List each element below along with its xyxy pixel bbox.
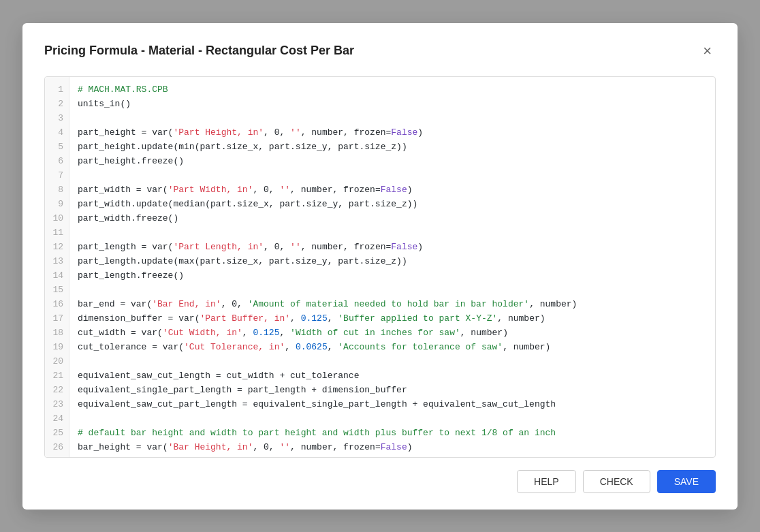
line-number: 15 xyxy=(45,283,69,297)
code-line: part_length.freeze() xyxy=(78,268,707,283)
code-line: # MACH.MAT.RS.CPB xyxy=(78,82,707,97)
line-number: 17 xyxy=(45,311,69,326)
line-number: 13 xyxy=(45,254,69,268)
code-line: # default bar height and width to part h… xyxy=(78,426,707,440)
save-button[interactable]: SAVE xyxy=(657,470,716,493)
code-line xyxy=(78,411,707,426)
line-number: 22 xyxy=(45,383,69,397)
code-line: bar_height = var('Bar Height, in', 0, ''… xyxy=(78,440,707,454)
line-number: 21 xyxy=(45,369,69,383)
line-number: 18 xyxy=(45,326,69,340)
code-line: cut_tolerance = var('Cut Tolerance, in',… xyxy=(78,340,707,354)
code-line xyxy=(78,283,707,297)
code-line xyxy=(78,225,707,240)
line-number: 20 xyxy=(45,354,69,369)
code-line xyxy=(78,111,707,125)
code-lines[interactable]: # MACH.MAT.RS.CPBunits_in() part_height … xyxy=(69,77,715,457)
line-number: 6 xyxy=(45,154,69,168)
check-button[interactable]: CHECK xyxy=(583,470,650,493)
line-number: 25 xyxy=(45,426,69,440)
code-scroll[interactable]: 1234567891011121314151617181920212223242… xyxy=(45,77,715,457)
line-number: 16 xyxy=(45,297,69,311)
close-button[interactable]: × xyxy=(699,42,716,60)
code-line: equivalent_saw_cut_length = cut_width + … xyxy=(78,369,707,383)
line-number: 5 xyxy=(45,140,69,154)
code-line: units_in() xyxy=(78,97,707,111)
code-line: equivalent_single_part_length = part_len… xyxy=(78,383,707,397)
code-line: part_width.update(median(part.size_x, pa… xyxy=(78,197,707,211)
code-line xyxy=(78,354,707,369)
modal-title: Pricing Formula - Material - Rectangular… xyxy=(44,44,354,58)
line-number: 26 xyxy=(45,440,69,454)
code-line: part_length.update(max(part.size_x, part… xyxy=(78,254,707,268)
line-number: 12 xyxy=(45,240,69,254)
modal-overlay: Pricing Formula - Material - Rectangular… xyxy=(0,0,760,532)
line-number: 7 xyxy=(45,168,69,183)
modal-header: Pricing Formula - Material - Rectangular… xyxy=(44,42,716,60)
line-number: 19 xyxy=(45,340,69,354)
line-number: 2 xyxy=(45,97,69,111)
modal: Pricing Formula - Material - Rectangular… xyxy=(22,23,738,510)
code-line: dimension_buffer = var('Part Buffer, in'… xyxy=(78,311,707,326)
code-line: part_height.freeze() xyxy=(78,154,707,168)
line-number: 10 xyxy=(45,211,69,225)
line-number: 24 xyxy=(45,411,69,426)
code-editor[interactable]: 1234567891011121314151617181920212223242… xyxy=(44,76,716,458)
line-number: 11 xyxy=(45,225,69,240)
code-line: part_width = var('Part Width, in', 0, ''… xyxy=(78,183,707,197)
code-line: part_height = var('Part Height, in', 0, … xyxy=(78,125,707,140)
line-number: 1 xyxy=(45,82,69,97)
line-number: 3 xyxy=(45,111,69,125)
code-line: part_width.freeze() xyxy=(78,211,707,225)
code-line: cut_width = var('Cut Width, in', 0.125, … xyxy=(78,326,707,340)
code-line: equivalent_saw_cut_part_length = equival… xyxy=(78,397,707,411)
line-number: 14 xyxy=(45,268,69,283)
code-line: part_length = var('Part Length, in', 0, … xyxy=(78,240,707,254)
code-line: bar_end = var('Bar End, in', 0, 'Amount … xyxy=(78,297,707,311)
code-line: part_height.update(min(part.size_x, part… xyxy=(78,140,707,154)
line-number: 4 xyxy=(45,125,69,140)
modal-footer: HELP CHECK SAVE xyxy=(44,470,716,493)
line-number: 9 xyxy=(45,197,69,211)
help-button[interactable]: HELP xyxy=(517,470,576,493)
code-line xyxy=(78,168,707,183)
line-number: 23 xyxy=(45,397,69,411)
line-number: 8 xyxy=(45,183,69,197)
line-numbers: 1234567891011121314151617181920212223242… xyxy=(45,77,69,457)
